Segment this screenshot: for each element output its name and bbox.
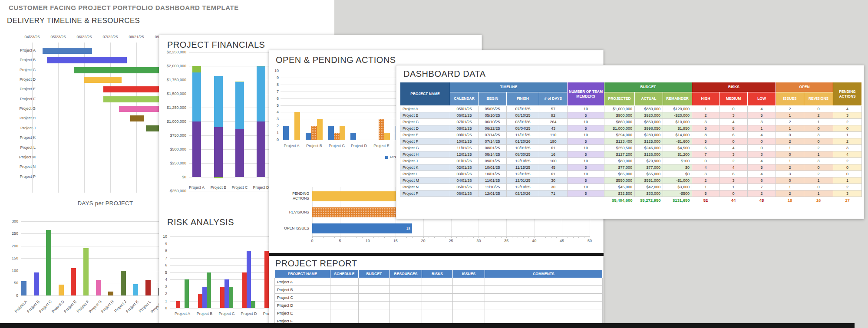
table-cell[interactable]: 2	[748, 190, 776, 197]
table-cell[interactable]: 12/01/25	[479, 190, 507, 197]
table-cell[interactable]: $3,000	[663, 184, 692, 190]
table-cell[interactable]: 10/01/25	[507, 145, 539, 151]
table-cell[interactable]: 11/10/25	[479, 184, 507, 190]
table-cell[interactable]	[485, 286, 603, 294]
table-cell[interactable]: 10	[568, 132, 604, 138]
table-cell[interactable]: 0	[804, 106, 833, 112]
table-cell[interactable]: 0	[719, 190, 748, 197]
table-cell[interactable]: $126,000	[635, 151, 663, 158]
table-cell[interactable]: 4	[833, 106, 862, 112]
table-cell[interactable]: 10	[568, 158, 604, 164]
table-cell[interactable]: 2	[833, 119, 862, 125]
table-cell[interactable]: $998,050	[635, 125, 663, 132]
table-cell[interactable]: -$1,600	[663, 138, 692, 145]
table-cell[interactable]: 07/01/25	[450, 119, 479, 125]
table-cell[interactable]: Project E	[275, 309, 330, 317]
table-cell[interactable]: 03/01/26	[507, 119, 539, 125]
table-cell[interactable]: 10	[568, 106, 604, 112]
report-header-budget[interactable]: BUDGET	[359, 270, 390, 278]
table-cell[interactable]: $42,000	[635, 184, 663, 190]
table-cell[interactable]: 6	[748, 177, 776, 184]
table-cell[interactable]: 0	[748, 145, 776, 151]
table-cell[interactable]: $250,500	[604, 145, 635, 151]
table-cell[interactable]: 12/10/25	[507, 184, 539, 190]
table-cell[interactable]: 1	[833, 177, 862, 184]
dashboard-header-pending-actions[interactable]: PENDING ACTIONS	[833, 82, 862, 106]
dashboard-header--of-days[interactable]: # of DAYS	[539, 92, 568, 105]
dashboard-header-low[interactable]: LOW	[748, 92, 776, 105]
table-cell[interactable]: Project A	[275, 278, 330, 286]
table-cell[interactable]	[390, 278, 422, 286]
table-cell[interactable]: $79,900	[635, 158, 663, 164]
table-cell[interactable]: 2	[804, 112, 833, 119]
table-cell[interactable]: Project N	[400, 184, 450, 190]
table-cell[interactable]: Project E	[400, 132, 450, 138]
table-cell[interactable]: Project A	[400, 106, 450, 112]
table-cell[interactable]: 1	[692, 184, 719, 190]
table-cell[interactable]	[485, 294, 603, 302]
table-cell[interactable]: $65,000	[604, 171, 635, 177]
table-cell[interactable]: 05/01/26	[450, 184, 479, 190]
table-cell[interactable]: 6	[719, 132, 748, 138]
dashboard-header-medium[interactable]: MEDIUM	[719, 92, 748, 105]
table-cell[interactable]	[330, 309, 359, 317]
table-cell[interactable]	[422, 278, 453, 286]
table-cell[interactable]: $550,000	[604, 177, 635, 184]
table-cell[interactable]: 264	[539, 119, 568, 125]
table-cell[interactable]: 5	[568, 138, 604, 145]
table-cell[interactable]	[390, 286, 422, 294]
dashboard-header-risks[interactable]: RISKS	[692, 82, 776, 92]
table-cell[interactable]: 7	[692, 151, 719, 158]
table-cell[interactable]: 30	[539, 184, 568, 190]
table-cell[interactable]: 3	[748, 151, 776, 158]
dashboard-header-begin[interactable]: BEGIN	[479, 92, 507, 105]
dashboard-header-timeline[interactable]: TIMELINE	[450, 82, 568, 92]
table-cell[interactable]: 0	[776, 177, 804, 184]
table-cell[interactable]: 4	[719, 164, 748, 171]
table-cell[interactable]	[453, 286, 485, 294]
table-cell[interactable]: Project B	[400, 112, 450, 119]
table-cell[interactable]: 05/01/25	[450, 106, 479, 112]
table-cell[interactable]: 92	[539, 112, 568, 119]
table-cell[interactable]: 30	[539, 177, 568, 184]
table-cell[interactable]	[330, 302, 359, 309]
table-cell[interactable]: 2	[776, 119, 804, 125]
table-cell[interactable]: 11/01/25	[507, 132, 539, 138]
table-cell[interactable]: 10/01/25	[479, 164, 507, 171]
table-cell[interactable]: 4	[748, 106, 776, 112]
report-header-issues[interactable]: ISSUES	[453, 270, 485, 278]
table-cell[interactable]	[330, 294, 359, 302]
table-cell[interactable]: $80,000	[604, 158, 635, 164]
table-cell[interactable]: 11/15/25	[507, 164, 539, 171]
table-cell[interactable]: $77,000	[635, 164, 663, 171]
table-cell[interactable]: 08/01/25	[479, 145, 507, 151]
table-cell[interactable]: 10	[568, 184, 604, 190]
table-cell[interactable]	[422, 286, 453, 294]
table-cell[interactable]: $45,000	[604, 184, 635, 190]
dashboard-header-remainder[interactable]: REMAINDER	[663, 92, 692, 105]
table-cell[interactable]: 01/01/26	[450, 158, 479, 164]
table-cell[interactable]: Project C	[275, 294, 330, 302]
report-header-resources[interactable]: RESOURCES	[390, 270, 422, 278]
table-cell[interactable]: 03/01/26	[450, 171, 479, 177]
table-cell[interactable]: 5	[692, 125, 719, 132]
table-cell[interactable]: $551,000	[635, 177, 663, 184]
table-cell[interactable]	[422, 309, 453, 317]
table-cell[interactable]: 0	[692, 158, 719, 164]
table-cell[interactable]: 5	[568, 112, 604, 119]
table-cell[interactable]: 06/10/25	[479, 119, 507, 125]
table-cell[interactable]: $4,500	[663, 145, 692, 151]
table-cell[interactable]: 1	[804, 119, 833, 125]
table-cell[interactable]: 07/01/25	[507, 106, 539, 112]
table-cell[interactable]: $127,200	[604, 151, 635, 158]
table-cell[interactable]: $77,000	[604, 164, 635, 171]
table-cell[interactable]	[390, 294, 422, 302]
table-cell[interactable]: $850,000	[635, 119, 663, 125]
table-cell[interactable]: $120,000	[663, 106, 692, 112]
table-cell[interactable]: 0	[719, 138, 748, 145]
table-cell[interactable]: 61	[539, 145, 568, 151]
table-cell[interactable]: $0	[663, 171, 692, 177]
table-cell[interactable]	[453, 294, 485, 302]
table-cell[interactable]: Project G	[400, 145, 450, 151]
table-cell[interactable]: $920,000	[635, 112, 663, 119]
